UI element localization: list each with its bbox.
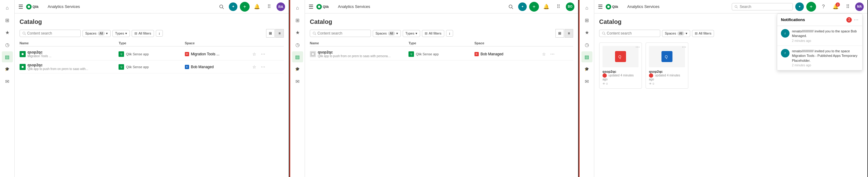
- content-search-input-2[interactable]: [317, 31, 354, 35]
- list-view-btn-1[interactable]: ≡: [275, 29, 284, 38]
- item-name-r1-p1: qsop2qc: [28, 50, 51, 54]
- col-space-2: Space: [474, 41, 540, 45]
- notif-item-2: r renato///////////// invited you to the…: [777, 46, 862, 70]
- all-filters-btn-3[interactable]: ⊟ All filters: [692, 30, 714, 37]
- search-box-3[interactable]: [732, 3, 793, 10]
- types-filter-1[interactable]: Types ▾: [113, 30, 130, 37]
- user-avatar-1[interactable]: RA: [277, 2, 285, 11]
- card-meta-1: updated 4 minutes ago: [602, 73, 639, 81]
- search-btn-2[interactable]: [506, 2, 516, 11]
- card-more-btn-1[interactable]: ⋯: [636, 45, 640, 50]
- notifications-btn-2[interactable]: 🔔: [541, 2, 551, 11]
- filters-row-1: Spaces All ▾ Types ▾ ⊟ All filters ↕ ⊞ ≡: [15, 28, 289, 39]
- favorite-btn-r2-p1[interactable]: ☆: [251, 63, 258, 70]
- recents-icon-1[interactable]: ◷: [2, 39, 13, 50]
- search-input-box-2[interactable]: [310, 30, 371, 37]
- more-btn-r2-p1[interactable]: ⋯: [259, 63, 267, 70]
- content-search-input-3[interactable]: [607, 31, 644, 35]
- home-icon-3[interactable]: ⌂: [581, 2, 592, 13]
- messages-icon-2[interactable]: ✉: [292, 76, 303, 87]
- spaces-filter-2[interactable]: Spaces All ▾: [373, 30, 401, 37]
- add-btn-1[interactable]: +: [240, 2, 250, 11]
- sort-btn-1[interactable]: ↕: [156, 30, 163, 37]
- search-input-box-3[interactable]: [599, 30, 660, 37]
- item-name-r1-p2: qsop2qc: [318, 50, 391, 54]
- learn-icon-1[interactable]: 🎓: [2, 64, 13, 75]
- user-avatar-3[interactable]: MA: [855, 2, 864, 11]
- messages-icon-1[interactable]: ✉: [2, 76, 13, 87]
- add-btn-3[interactable]: +: [806, 2, 816, 11]
- user-assistant-btn-1[interactable]: ✦: [229, 2, 238, 11]
- content-search-input-1[interactable]: [27, 31, 64, 35]
- logo-1: Qlik: [26, 3, 44, 10]
- learn-icon-2[interactable]: 🎓: [292, 64, 303, 75]
- space-cell-r1-p1: M Migration Tools ...: [185, 52, 251, 56]
- messages-icon-3[interactable]: ✉: [581, 76, 592, 87]
- spaces-filter-3[interactable]: Spaces All ▾: [662, 30, 690, 37]
- notifications-btn-1[interactable]: 🔔: [252, 2, 262, 11]
- sidebar-3: ⌂ ⊞ ★ ◷ ▤ 🎓 ✉: [580, 0, 594, 177]
- actions-cell-r1-p2: ☆ ⋯: [540, 51, 573, 58]
- card-avatar-2: [649, 73, 653, 78]
- sidebar-item-catalog-1[interactable]: ⊞: [2, 15, 13, 26]
- apps-grid-btn-2[interactable]: ⠿: [554, 2, 563, 11]
- favorite-btn-r1-p2[interactable]: ☆: [540, 51, 548, 58]
- svg-rect-10: [22, 66, 24, 68]
- learn-icon-3[interactable]: 🎓: [581, 64, 592, 75]
- panel-1: ⌂ ⊞ ★ ◷ ▤ 🎓 ✉ ☰ Qlik: [0, 0, 289, 177]
- svg-point-3: [220, 5, 223, 8]
- favorites-icon-1[interactable]: ★: [2, 27, 13, 38]
- favorite-btn-r1-p1[interactable]: ☆: [251, 51, 258, 58]
- search-btn-1[interactable]: [217, 2, 226, 11]
- hamburger-menu-3[interactable]: ☰: [598, 3, 603, 10]
- all-filters-btn-2[interactable]: ⊟ All filters: [422, 30, 444, 37]
- catalog-icon-2[interactable]: ⊞: [292, 15, 303, 26]
- collections-icon-3[interactable]: ▤: [581, 51, 592, 62]
- notifications-btn-3[interactable]: 🔔 2: [831, 2, 840, 11]
- sidebar-item-messages-1[interactable]: ✉: [2, 76, 13, 87]
- favorites-icon-2[interactable]: ★: [292, 27, 303, 38]
- catalog-icon-1[interactable]: ⊞: [2, 15, 13, 26]
- apps-grid-btn-1[interactable]: ⠿: [264, 2, 274, 11]
- recents-icon-3[interactable]: ◷: [581, 39, 592, 50]
- hamburger-menu-1[interactable]: ☰: [18, 3, 23, 10]
- notif-more-btn[interactable]: ⋯: [854, 17, 859, 23]
- favorites-icon-3[interactable]: ★: [581, 27, 592, 38]
- sort-btn-2[interactable]: ↕: [446, 30, 454, 37]
- apps-grid-btn-3[interactable]: ⠿: [843, 2, 853, 11]
- collections-icon-1[interactable]: ▤: [2, 51, 13, 62]
- home-icon-2[interactable]: ⌂: [292, 2, 303, 13]
- collections-icon-2[interactable]: ▤: [292, 51, 303, 62]
- sidebar-item-collections-1[interactable]: ▤: [2, 51, 13, 62]
- catalog-icon-3[interactable]: ⊞: [581, 15, 592, 26]
- sidebar-item-favorites-1[interactable]: ★: [2, 27, 13, 38]
- add-btn-2[interactable]: +: [529, 2, 539, 11]
- search-input-box-1[interactable]: [20, 30, 81, 37]
- svg-point-14: [509, 5, 512, 8]
- recents-icon-2[interactable]: ◷: [292, 39, 303, 50]
- types-filter-2[interactable]: Types ▾: [403, 30, 420, 37]
- sidebar-item-home-1[interactable]: ⌂: [2, 2, 13, 13]
- grid-view-btn-1[interactable]: ⊞: [266, 29, 275, 38]
- type-icon-r1-p1: Q: [119, 51, 124, 57]
- user-avatar-2[interactable]: BO: [566, 2, 575, 11]
- user-assistant-btn-3[interactable]: ✦: [795, 2, 804, 11]
- svg-point-16: [313, 32, 316, 34]
- home-icon-1[interactable]: ⌂: [2, 2, 13, 13]
- sidebar-item-learn-1[interactable]: 🎓: [2, 64, 13, 75]
- hamburger-menu-2[interactable]: ☰: [309, 3, 313, 10]
- help-btn-3[interactable]: ?: [818, 2, 828, 11]
- spaces-filter-1[interactable]: Spaces All ▾: [83, 30, 111, 37]
- search-input-3[interactable]: [740, 5, 790, 9]
- all-filters-btn-1[interactable]: ⊟ All filters: [132, 30, 154, 37]
- card-updated-1: updated 4 minutes ago: [602, 74, 634, 81]
- more-btn-r1-p2[interactable]: ⋯: [549, 51, 556, 58]
- type-icon-r2-p1: Q: [119, 64, 124, 70]
- sidebar-item-recents-1[interactable]: ◷: [2, 39, 13, 50]
- more-btn-r1-p1[interactable]: ⋯: [259, 51, 267, 58]
- grid-view-btn-2[interactable]: ⊞: [555, 29, 564, 38]
- list-view-btn-2[interactable]: ≡: [565, 29, 573, 38]
- user-assistant-btn-2[interactable]: ✦: [518, 2, 527, 11]
- card-more-btn-2[interactable]: ⋯: [682, 45, 686, 50]
- type-label-r1-p2: Qlik Sense app: [416, 52, 439, 56]
